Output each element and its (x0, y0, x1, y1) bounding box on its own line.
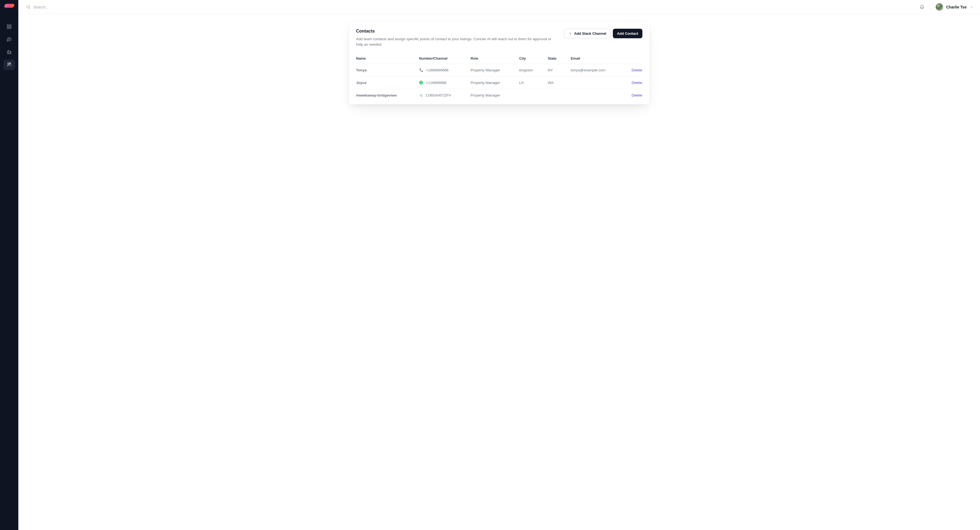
page-title: Contacts (356, 29, 554, 33)
card-header: Contacts Add team contacts and assign sp… (356, 29, 643, 48)
divider (930, 4, 930, 10)
cell-email (571, 76, 619, 89)
cell-role: Property Manager (471, 64, 519, 76)
cell-number: +118888888 (419, 76, 471, 89)
th-name: Name (356, 54, 419, 64)
cell-name: Joyce (356, 76, 419, 89)
svg-rect-11 (570, 34, 571, 35)
svg-point-6 (27, 5, 30, 8)
contacts-table: Name Number/Channel Role City State Emai… (356, 54, 643, 102)
notifications-button[interactable] (920, 4, 924, 10)
phone-icon (419, 68, 423, 72)
avatar (935, 3, 943, 11)
grid-icon (6, 24, 12, 30)
content: Contacts Add team contacts and assign sp… (18, 14, 980, 530)
th-city: City (519, 54, 548, 64)
whatsapp-icon (419, 81, 423, 85)
chat-icon (6, 36, 12, 43)
svg-rect-15 (421, 95, 421, 97)
card-head-text: Contacts Add team contacts and assign sp… (356, 29, 554, 48)
nav-listings[interactable] (3, 47, 15, 57)
building-icon (6, 49, 12, 56)
cell-state (548, 89, 571, 102)
th-number: Number/Channel (419, 54, 471, 64)
user-name: Charlie Tse (947, 5, 967, 9)
cell-city (519, 89, 548, 102)
cell-number: +1666666666 (419, 64, 471, 76)
svg-rect-13 (421, 94, 421, 95)
cell-email (571, 89, 619, 102)
topbar-right: Charlie Tse (920, 3, 974, 11)
nav-messages[interactable] (3, 35, 15, 45)
add-slack-label: Add Slack Channel (574, 32, 606, 36)
cell-state: NY (548, 64, 571, 76)
th-state: State (548, 54, 571, 64)
delete-link[interactable]: Delete (632, 81, 642, 85)
cell-name: Tonya (356, 64, 419, 76)
cell-state: WA (548, 76, 571, 89)
search-icon (26, 5, 31, 9)
th-role: Role (471, 54, 519, 64)
table-row: #weekaway-bridgeview (356, 89, 643, 102)
table-row: Joyce +118888888 Property Manager (356, 76, 643, 89)
cell-name: #weekaway-bridgeview (356, 89, 419, 102)
add-slack-button[interactable]: Add Slack Channel (564, 29, 611, 38)
cell-city: LA (519, 76, 548, 89)
cell-city: kingston (519, 64, 548, 76)
svg-point-5 (10, 63, 11, 64)
svg-rect-8 (570, 33, 570, 33)
card-actions: Add Slack Channel Add Contact (564, 29, 642, 38)
cell-number-text: +118888888 (426, 81, 447, 85)
th-action (619, 54, 643, 64)
add-contact-label: Add Contact (617, 32, 638, 36)
search-input[interactable] (33, 5, 115, 9)
cell-email: tonya@example.com (571, 64, 619, 76)
svg-rect-1 (10, 25, 11, 26)
svg-rect-12 (419, 95, 420, 95)
cell-number-text: +1666666666 (426, 68, 449, 72)
logo[interactable] (3, 4, 15, 8)
svg-rect-14 (421, 95, 422, 95)
users-icon (6, 62, 12, 68)
nav-dashboard[interactable] (3, 22, 15, 32)
nav-contacts[interactable] (3, 60, 15, 70)
chevron-down-icon (970, 5, 974, 9)
slack-icon (419, 93, 423, 97)
bell-icon (920, 4, 924, 10)
svg-rect-2 (7, 27, 9, 29)
add-contact-button[interactable]: Add Contact (613, 29, 642, 38)
cell-role: Property Manager (471, 89, 519, 102)
user-menu[interactable]: Charlie Tse (935, 3, 974, 11)
table-header-row: Name Number/Channel Role City State Emai… (356, 54, 643, 64)
cell-number-text: C065AH57ZFV (426, 93, 451, 97)
cell-number: C065AH57ZFV (419, 89, 471, 102)
page-subtitle: Add team contacts and assign specific po… (356, 36, 554, 48)
svg-rect-0 (7, 25, 9, 26)
delete-link[interactable]: Delete (632, 93, 642, 97)
contacts-card: Contacts Add team contacts and assign sp… (349, 21, 650, 105)
sidebar (0, 0, 18, 530)
cell-role: Property Manager (471, 76, 519, 89)
main: Charlie Tse Contacts Add team contacts a… (18, 0, 980, 530)
table-row: Tonya +1666666666 (356, 64, 643, 76)
slack-icon (568, 32, 572, 35)
svg-rect-3 (10, 27, 11, 29)
delete-link[interactable]: Delete (632, 68, 642, 72)
svg-line-7 (29, 8, 30, 9)
search-wrap (26, 5, 920, 9)
topbar: Charlie Tse (18, 0, 980, 14)
th-email: Email (571, 54, 619, 64)
svg-point-4 (8, 63, 9, 64)
svg-rect-10 (571, 33, 571, 34)
svg-rect-9 (570, 32, 571, 33)
nav-items (0, 22, 18, 70)
